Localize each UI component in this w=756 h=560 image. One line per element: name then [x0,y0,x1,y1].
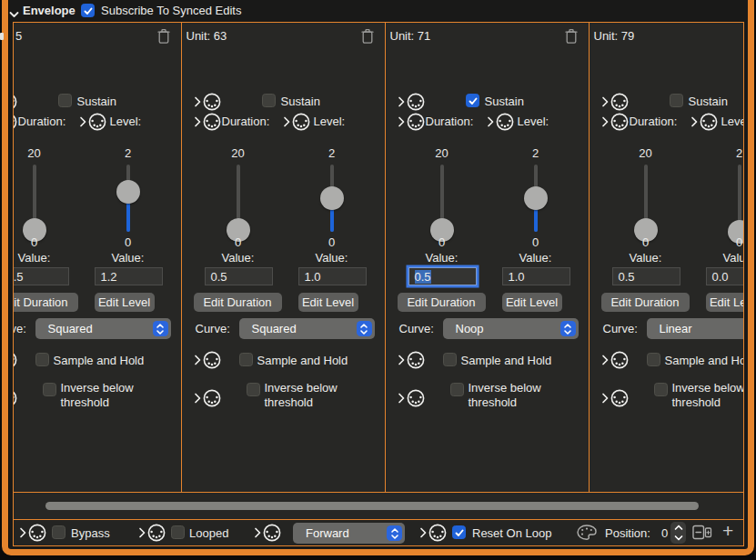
direction-midi-map-control[interactable] [253,523,282,543]
inverse-midi-map-control[interactable] [14,388,18,408]
level-midi-map-control[interactable] [690,112,719,132]
sample-and-hold-checkbox[interactable] [647,353,660,366]
subscribe-checkbox[interactable] [81,4,95,17]
sustain-label: Sustain [485,95,524,108]
curve-select[interactable]: Squared [239,318,375,339]
level-slider[interactable] [126,165,130,232]
inverse-threshold-label: Inverse belowthreshold [672,381,744,410]
midi-connector-icon [418,523,448,543]
level-max-label: 2 [509,146,563,160]
inverse-threshold-checkbox[interactable] [247,383,260,396]
disclosure-chevron-icon [399,118,404,126]
duration-midi-map-control[interactable] [600,112,630,132]
sustain-midi-map-control[interactable] [193,92,222,112]
midi-connector-icon [600,388,630,408]
unit-panel-content: SustainDuration:Level:20020Value:Value:0… [182,23,387,492]
level-value-field[interactable]: 1.0 [502,267,570,285]
level-value-field[interactable]: 1.0 [298,267,367,285]
level-midi-map-control[interactable] [78,112,107,132]
unit-panel: Unit: 71SustainDuration:Level:20020Value… [386,23,590,492]
sustain-midi-map-control[interactable] [397,92,426,112]
curve-select[interactable]: Squared [35,318,171,339]
level-min-label: 0 [305,235,359,249]
midi-connector-icon [193,388,222,408]
sample-hold-midi-map-control[interactable] [193,350,222,370]
level-slider-thumb[interactable] [524,186,548,210]
collapse-disclosure[interactable] [9,7,19,21]
disclosure-chevron-icon [603,395,608,403]
units-row: 5SustainDuration:Level:20020Value:Value:… [14,23,743,492]
split-view-icon [692,525,712,540]
sample-and-hold-checkbox[interactable] [443,353,457,366]
scrollbar-thumb[interactable] [45,502,699,510]
bypass-midi-map-control[interactable] [18,523,47,543]
sustain-checkbox[interactable] [670,94,683,107]
duration-midi-map-control[interactable] [397,112,426,132]
curve-select[interactable]: Noop [443,318,579,339]
level-midi-map-control[interactable] [486,112,515,132]
duration-value-field[interactable]: 0.5 [205,267,273,285]
duration-slider[interactable] [644,165,648,232]
direction-select[interactable]: Forward [293,523,405,544]
level-value-text: 0.0 [712,270,744,284]
edit-duration-button: Edit Duration [14,293,78,312]
duration-value-text: 0.5 [14,270,24,284]
curve-label: Curve: [603,322,638,335]
level-slider[interactable] [330,165,334,232]
looped-midi-map-control[interactable] [137,523,166,543]
duration-max-label: 20 [211,146,266,160]
sample-and-hold-checkbox[interactable] [35,353,49,366]
looped-checkbox[interactable] [171,525,185,539]
curve-select[interactable]: Linear [647,318,744,339]
palette-button[interactable] [576,524,598,545]
add-unit-button[interactable]: + [722,520,733,542]
sample-hold-midi-map-control[interactable] [14,350,18,370]
level-value-field[interactable]: 0.0 [706,267,744,285]
level-slider-thumb[interactable] [320,186,344,210]
sustain-checkbox[interactable] [58,94,72,107]
scrollbar-track[interactable] [14,493,743,519]
split-view-button[interactable] [692,525,712,543]
sustain-checkbox[interactable] [262,94,276,107]
curve-label: Curve: [14,322,26,335]
duration-slider[interactable] [237,165,240,232]
duration-value-field[interactable]: 0.5 [14,267,69,285]
level-value-field[interactable]: 1.2 [95,267,163,285]
sustain-midi-map-control[interactable] [14,92,18,112]
inverse-midi-map-control[interactable] [193,388,222,408]
disclosure-chevron-icon [603,356,608,365]
reset-on-loop-checkbox[interactable] [452,525,466,539]
sample-and-hold-checkbox[interactable] [239,353,253,366]
inverse-threshold-checkbox[interactable] [450,383,464,396]
duration-value-field[interactable]: 0.5 [612,267,680,285]
edit-level-button: Edit Level [95,293,155,312]
sample-hold-midi-map-control[interactable] [600,350,630,370]
level-midi-map-control[interactable] [282,112,311,132]
position-stepper[interactable] [670,522,686,544]
sample-and-hold-label: Sample and Hold [257,354,348,367]
stepper-up-icon [674,525,683,531]
unit-panel-content: SustainDuration:Level:20020Value:Value:0… [14,23,183,492]
bypass-checkbox[interactable] [52,525,66,539]
sustain-checkbox[interactable] [466,94,479,107]
level-slider-thumb[interactable] [116,180,140,204]
duration-value-field[interactable]: 0.5 [408,267,477,285]
level-slider[interactable] [534,165,538,232]
duration-slider[interactable] [33,165,36,232]
duration-label: Duration: [18,115,66,128]
duration-slider[interactable] [440,165,444,232]
inverse-threshold-checkbox[interactable] [654,383,668,396]
inverse-midi-map-control[interactable] [397,388,426,408]
inverse-threshold-label: Inverse belowthreshold [61,381,134,410]
chevron-down-icon [9,11,19,18]
reset-midi-map-control[interactable] [418,523,448,543]
inverse-midi-map-control[interactable] [600,388,630,408]
sustain-midi-map-control[interactable] [600,92,630,112]
inverse-threshold-checkbox[interactable] [43,383,56,396]
up-down-chevrons-icon [390,527,399,540]
level-slider[interactable] [738,165,741,232]
duration-midi-map-control[interactable] [193,112,222,132]
sample-hold-midi-map-control[interactable] [397,350,426,370]
duration-min-label: 0 [619,235,673,249]
disclosure-chevron-icon [399,395,404,403]
